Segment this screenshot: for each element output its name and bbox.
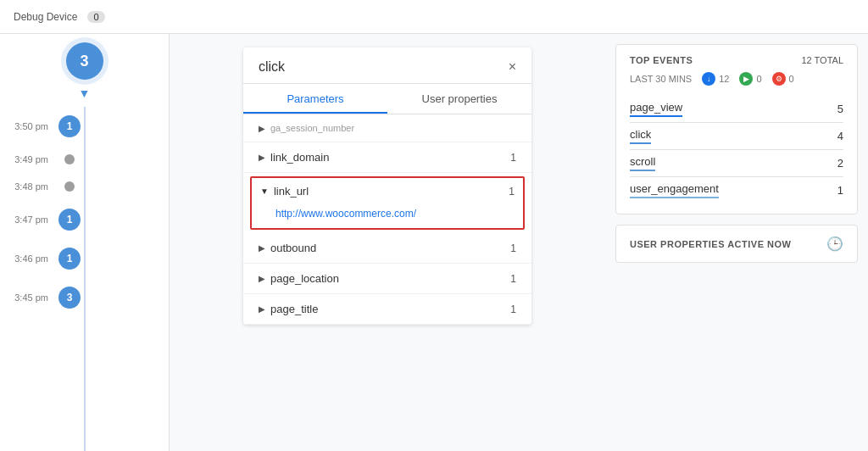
event-name: page_view — [630, 101, 682, 114]
list-item[interactable]: page_view 5 — [630, 96, 843, 123]
list-item[interactable]: scroll 2 — [630, 150, 843, 177]
param-row-left: ▶ page_location — [259, 272, 339, 285]
param-count: 1 — [510, 303, 516, 315]
event-name: scroll — [630, 155, 655, 168]
param-row-left: ▶ outbound — [259, 242, 316, 254]
timeline-dot-area — [55, 154, 84, 164]
top-events-card: TOP EVENTS 12 TOTAL LAST 30 MINS ↓ 12 ▶ … — [615, 44, 858, 214]
event-card-body: ▶ ga_session_number ▶ link_domain 1 — [243, 114, 531, 325]
expand-icon: ▶ — [259, 304, 265, 314]
timeline-time: 3:50 pm — [0, 121, 55, 131]
timeline-time: 3:47 pm — [0, 214, 55, 225]
param-count: 1 — [509, 186, 515, 198]
list-item[interactable]: ▶ page_location 1 — [243, 264, 531, 294]
main-layout: 3 ▼ 3:50 pm 1 3:49 pm 3:48 — [0, 34, 868, 451]
timeline-dropdown-icon[interactable]: ▼ — [79, 86, 91, 100]
right-panel: TOP EVENTS 12 TOTAL LAST 30 MINS ↓ 12 ▶ … — [605, 34, 868, 451]
event-name-block: scroll — [630, 155, 655, 171]
event-name: click — [630, 128, 651, 141]
param-row-left: ▶ ga_session_number — [259, 123, 354, 133]
param-row-left: ▶ link_domain — [259, 151, 329, 164]
user-properties-title: USER PROPERTIES ACTIVE NOW — [630, 239, 791, 249]
param-row-left: ▶ page_title — [259, 303, 318, 315]
list-item[interactable]: 3:48 pm — [0, 173, 169, 200]
top-events-title: TOP EVENTS — [630, 55, 693, 65]
timeline-panel: 3 ▼ 3:50 pm 1 3:49 pm 3:48 — [0, 34, 170, 451]
close-icon[interactable]: × — [509, 59, 516, 75]
timeline-dot-circle: 1 — [58, 248, 81, 270]
expand-icon: ▼ — [260, 187, 269, 196]
timeline-dot-circle: 3 — [58, 287, 81, 309]
event-count: 2 — [837, 157, 843, 170]
param-name: link_url — [274, 185, 309, 198]
badge-blue-icon: ↓ — [702, 72, 715, 86]
event-name-block: click — [630, 128, 651, 144]
param-expanded-value: http://www.woocommerce.com/ — [252, 204, 523, 228]
event-card-title: click — [259, 59, 285, 75]
top-events-header: TOP EVENTS 12 TOTAL — [630, 55, 843, 65]
list-item[interactable]: ▶ outbound 1 — [243, 233, 531, 264]
center-panel: click × Parameters User properties ▶ ga_ — [170, 34, 605, 451]
timeline-entries: 3:50 pm 1 3:49 pm 3:48 pm — [0, 107, 169, 451]
list-item[interactable]: ▶ ga_session_number — [243, 114, 531, 142]
expand-icon: ▶ — [259, 124, 265, 133]
list-item[interactable]: 3:49 pm — [0, 146, 169, 173]
timeline-time: 3:46 pm — [0, 253, 55, 264]
list-item[interactable]: user_engagement 1 — [630, 177, 843, 203]
timeline-time: 3:49 pm — [0, 154, 55, 164]
list-item[interactable]: click 4 — [630, 123, 843, 150]
clock-icon[interactable]: 🕒 — [826, 236, 843, 252]
event-name-block: user_engagement — [630, 182, 719, 198]
top-events-subheader: LAST 30 MINS ↓ 12 ▶ 0 ⚙ 0 — [630, 72, 843, 86]
list-item[interactable]: ▶ page_title 1 — [243, 294, 531, 325]
list-item[interactable]: ▶ link_domain 1 — [243, 142, 531, 173]
event-underline — [630, 142, 651, 144]
list-item[interactable]: 3:46 pm 1 — [0, 239, 169, 278]
timeline-time: 3:45 pm — [0, 292, 55, 303]
list-item[interactable]: 3:45 pm 3 — [0, 278, 169, 317]
event-count: 1 — [837, 184, 843, 197]
event-underline — [630, 115, 682, 117]
expand-icon: ▶ — [259, 243, 265, 253]
expand-icon: ▶ — [259, 153, 265, 162]
timeline-dot-area — [55, 181, 84, 192]
event-underline — [630, 170, 655, 171]
user-properties-card: USER PROPERTIES ACTIVE NOW 🕒 — [615, 225, 858, 263]
timeline-dot-circle: 1 — [58, 209, 81, 231]
badge-blue: ↓ 12 — [702, 72, 729, 86]
tab-parameters[interactable]: Parameters — [243, 84, 387, 114]
timeline-dot-gray — [64, 154, 75, 164]
debug-count-badge: 0 — [87, 11, 104, 23]
badge-red: ⚙ 0 — [772, 72, 794, 86]
timeline-dot-gray — [64, 181, 75, 192]
param-count: 1 — [510, 152, 516, 164]
badge-green-icon: ▶ — [739, 72, 753, 86]
last-30-mins-label: LAST 30 MINS — [630, 74, 692, 84]
param-name: link_domain — [270, 151, 329, 164]
timeline-dot-area: 1 — [55, 115, 84, 137]
top-events-total: 12 TOTAL — [801, 55, 843, 65]
event-count: 5 — [837, 103, 843, 115]
event-name-block: page_view — [630, 101, 682, 117]
badge-green-count: 0 — [756, 74, 761, 84]
event-card: click × Parameters User properties ▶ ga_ — [243, 47, 531, 325]
param-name: outbound — [270, 242, 316, 254]
timeline-top-count: 3 — [66, 42, 103, 80]
badge-red-icon: ⚙ — [772, 72, 786, 86]
param-name: page_title — [270, 303, 318, 315]
event-name: user_engagement — [630, 182, 719, 195]
timeline-dot-area: 1 — [55, 248, 84, 270]
event-card-tabs: Parameters User properties — [243, 84, 531, 114]
top-bar: Debug Device 0 — [0, 0, 868, 34]
badge-green: ▶ 0 — [739, 72, 761, 86]
timeline-dot-area: 3 — [55, 287, 84, 309]
badge-blue-count: 12 — [719, 74, 729, 84]
debug-label: Debug Device — [14, 11, 77, 23]
list-item[interactable]: 3:47 pm 1 — [0, 200, 169, 239]
list-item[interactable]: ▼ link_url 1 — [252, 178, 523, 204]
expand-icon: ▶ — [259, 274, 265, 283]
param-name: page_location — [270, 272, 339, 285]
badge-red-count: 0 — [789, 74, 794, 84]
list-item[interactable]: 3:50 pm 1 — [0, 107, 169, 146]
tab-user-properties[interactable]: User properties — [387, 84, 531, 114]
